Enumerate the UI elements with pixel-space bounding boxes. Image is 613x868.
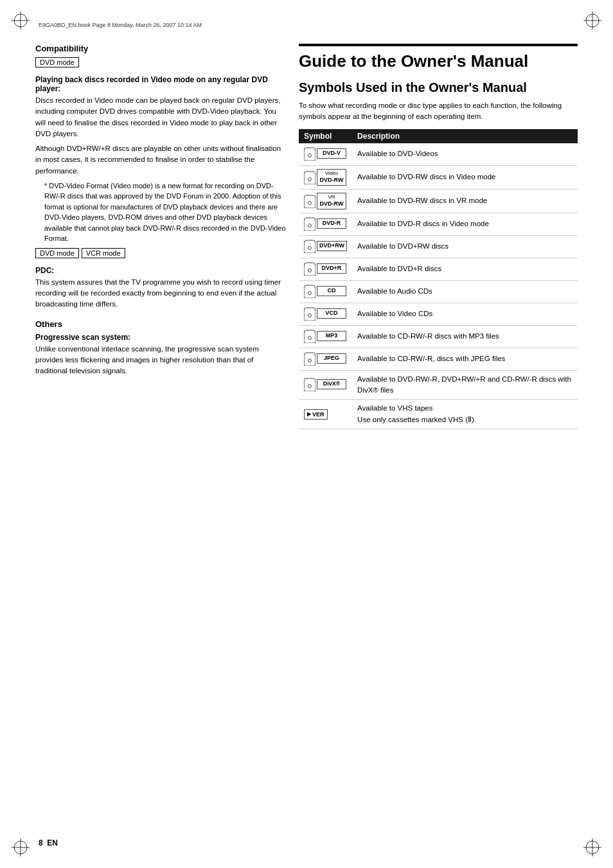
- symbol-row: JPEGAvailable to CD-RW/-R, discs with JP…: [299, 348, 578, 370]
- pdc-text: This system assures that the TV programm…: [35, 277, 286, 310]
- corner-mark-tr: [583, 12, 601, 30]
- symbol-row: MP3Available to CD-RW/-R discs with MP3 …: [299, 325, 578, 348]
- corner-mark-br: [583, 838, 601, 856]
- playing-back-text1: Discs recorded in Video mode can be play…: [35, 95, 286, 139]
- symbol-description: Available to DVD-Videos: [352, 143, 578, 166]
- file-info: E9GA0BD_EN.book Page 8 Monday, March 26,…: [39, 22, 202, 28]
- symbols-heading: Symbols Used in the Owner's Manual: [299, 80, 578, 95]
- symbol-icon-cell: DVD-R: [299, 213, 352, 235]
- svg-point-17: [308, 269, 312, 272]
- progressive-heading: Progressive scan system:: [35, 333, 286, 342]
- col-header-symbol: Symbol: [299, 129, 352, 143]
- symbol-description: Available to CD-RW/-R, discs with JPEG f…: [352, 348, 578, 370]
- symbol-description: Available to VHS tapesUse only cassettes…: [352, 400, 578, 429]
- dvd-mode-badge2: DVD mode: [35, 248, 79, 258]
- symbol-description: Available to Audio CDs: [352, 280, 578, 303]
- symbol-row: ▶VERAvailable to VHS tapesUse only casse…: [299, 400, 578, 429]
- right-column: Guide to the Owner's Manual Symbols Used…: [299, 44, 578, 829]
- symbol-icon-cell: DVD-V: [299, 143, 352, 166]
- symbol-row: DVD-VAvailable to DVD-Videos: [299, 143, 578, 166]
- symbol-description: Available to DVD+RW discs: [352, 235, 578, 258]
- page: E9GA0BD_EN.book Page 8 Monday, March 26,…: [0, 0, 613, 868]
- symbol-row: CDAvailable to Audio CDs: [299, 280, 578, 303]
- symbol-icon-cell: MP3: [299, 325, 352, 348]
- svg-point-14: [308, 201, 312, 204]
- symbol-row: DVD-RAvailable to DVD-R discs in Video m…: [299, 213, 578, 235]
- playing-back-text2: Although DVD+RW/+R discs are playable on…: [35, 143, 286, 177]
- symbol-description: Available to Video CDs: [352, 303, 578, 325]
- progressive-text: Unlike conventional interlace scanning, …: [35, 344, 286, 377]
- italic-note: * DVD-Video Format (Video mode) is a new…: [44, 181, 286, 244]
- content-area: Compatibility DVD mode Playing back disc…: [35, 44, 578, 829]
- symbol-icon-cell: DVD+R: [299, 258, 352, 280]
- symbol-description: Available to DVD-RW discs in VR mode: [352, 189, 578, 213]
- corner-mark-tl: [12, 12, 30, 30]
- svg-point-12: [308, 154, 312, 157]
- intro-text: To show what recording mode or disc type…: [299, 100, 578, 123]
- symbol-row: VRDVD-RWAvailable to DVD-RW discs in VR …: [299, 189, 578, 213]
- symbol-description: Available to DVD+R discs: [352, 258, 578, 280]
- symbol-row: DVD+RAvailable to DVD+R discs: [299, 258, 578, 280]
- dvd-mode-badge: DVD mode: [35, 57, 79, 67]
- symbol-icon-cell: VRDVD-RW: [299, 189, 352, 213]
- symbol-row: DivX®Available to DVD-RW/-R, DVD+RW/+R a…: [299, 370, 578, 400]
- symbol-description: Available to DVD-R discs in Video mode: [352, 213, 578, 235]
- svg-point-16: [308, 246, 312, 249]
- vcr-mode-badge: VCR mode: [82, 248, 125, 258]
- symbol-description: Available to DVD-RW/-R, DVD+RW/+R and CD…: [352, 370, 578, 400]
- corner-mark-bl: [12, 838, 30, 856]
- svg-point-22: [308, 385, 312, 388]
- symbol-description: Available to DVD-RW discs in Video mode: [352, 165, 578, 189]
- page-number: 8 EN: [39, 838, 58, 847]
- svg-point-18: [308, 291, 312, 294]
- compatibility-title: Compatibility: [35, 44, 286, 53]
- others-title: Others: [35, 319, 286, 329]
- symbol-icon-cell: DivX®: [299, 370, 352, 400]
- svg-point-19: [308, 314, 312, 317]
- symbol-icon-cell: CD: [299, 280, 352, 303]
- mode-badges-row: DVD mode VCR mode: [35, 248, 286, 262]
- symbol-icon-cell: JPEG: [299, 348, 352, 370]
- svg-point-20: [308, 336, 312, 339]
- left-column: Compatibility DVD mode Playing back disc…: [35, 44, 286, 829]
- pdc-heading: PDC:: [35, 266, 286, 275]
- svg-point-13: [308, 177, 312, 181]
- svg-point-15: [308, 224, 312, 227]
- symbol-icon-cell: DVD+RW: [299, 235, 352, 258]
- playing-back-heading: Playing back discs recorded in Video mod…: [35, 75, 286, 93]
- symbols-table: Symbol Description DVD-VAvailable to DVD…: [299, 129, 578, 429]
- symbol-icon-cell: VCD: [299, 303, 352, 325]
- svg-point-21: [308, 359, 312, 362]
- symbol-row: DVD+RWAvailable to DVD+RW discs: [299, 235, 578, 258]
- symbol-icon-cell: ▶VER: [299, 400, 352, 429]
- symbol-icon-cell: VideoDVD-RW: [299, 165, 352, 189]
- col-header-description: Description: [352, 129, 578, 143]
- symbol-row: VCDAvailable to Video CDs: [299, 303, 578, 325]
- symbol-description: Available to CD-RW/-R discs with MP3 fil…: [352, 325, 578, 348]
- guide-title: Guide to the Owner's Manual: [299, 44, 578, 71]
- symbol-row: VideoDVD-RWAvailable to DVD-RW discs in …: [299, 165, 578, 189]
